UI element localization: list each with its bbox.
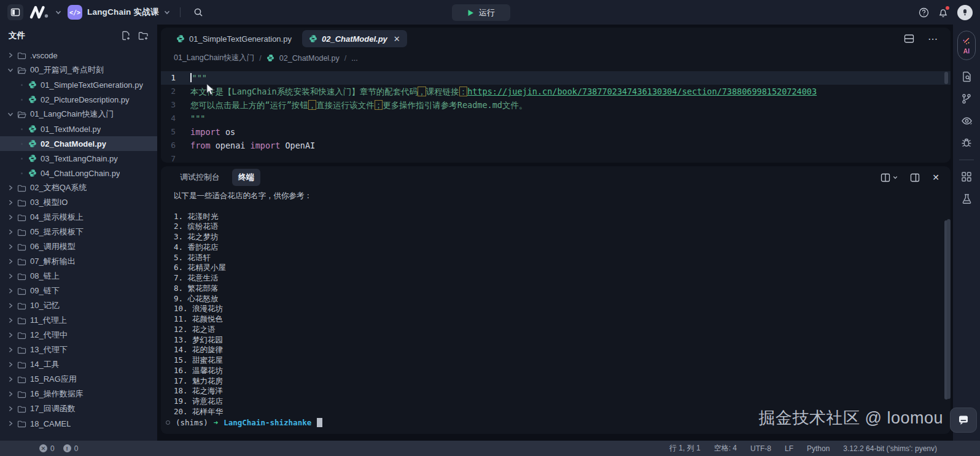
terminal-line: 13. 梦幻花园 [174, 335, 951, 346]
chevron-down-icon [7, 111, 14, 117]
folder-icon [17, 361, 26, 369]
chevron-down-icon [7, 67, 14, 73]
terminal-line: 5. 花语轩 [174, 253, 951, 263]
breadcrumb-file[interactable]: 02_ChatModel.py [279, 54, 340, 63]
tree-folder[interactable]: 15_RAG应用 [0, 372, 157, 387]
folder-icon [17, 302, 26, 310]
avatar[interactable] [957, 5, 973, 20]
tree-file[interactable]: 04_ChatLongChain.py [0, 166, 157, 180]
prompt-cwd: LangChain-shizhanke [224, 418, 311, 428]
app-logo[interactable] [29, 6, 49, 19]
chevron-right-icon [7, 185, 14, 191]
terminal-line: 3. 花之梦坊 [174, 232, 951, 242]
tree-folder[interactable]: 03_模型IO [0, 195, 157, 210]
split-editor-icon[interactable] [904, 34, 914, 44]
tree-folder[interactable]: 09_链下 [0, 284, 157, 298]
tree-folder[interactable]: 12_代理中 [0, 328, 157, 342]
tree-folder[interactable]: .vscode [0, 48, 157, 63]
tree-item-label: 01_TextModel.py [41, 125, 101, 134]
python-file-icon [266, 54, 274, 62]
workspace-switcher[interactable]: </> LangChain 实战课 [68, 5, 170, 20]
status-item[interactable]: 3.12.2 64-bit ('shims': pyenv) [843, 444, 937, 453]
source-control-icon[interactable] [961, 93, 972, 104]
more-actions-icon[interactable]: ⋯ [928, 33, 938, 45]
tab-simple-text-generation[interactable]: 01_SimpleTextGeneration.py [169, 30, 298, 47]
sidebar-toggle-icon[interactable] [7, 4, 23, 20]
search-icon[interactable] [190, 4, 206, 20]
tree-item-label: 08_链上 [30, 271, 60, 282]
tree-folder[interactable]: 13_代理下 [0, 342, 157, 357]
tree-folder[interactable]: 05_提示模板下 [0, 225, 157, 239]
new-folder-icon[interactable] [138, 31, 149, 41]
tree-folder[interactable]: 10_记忆 [0, 298, 157, 313]
chevron-right-icon [7, 391, 14, 397]
code-editor[interactable]: 1"""2本文件是【LangChain系统安装和快速入门】章节的配套代码，课程链… [161, 66, 951, 163]
close-panel-icon[interactable]: ✕ [932, 172, 939, 182]
code-line: 7 [161, 152, 951, 163]
editor-scrollbar[interactable] [944, 72, 948, 84]
status-item[interactable]: Python [807, 444, 830, 453]
tab-chat-model[interactable]: 02_ChatModel.py ✕ [302, 30, 407, 47]
new-file-icon[interactable] [121, 31, 131, 41]
tree-item-label: 02_ChatModel.py [41, 139, 106, 149]
breadcrumb-folder[interactable]: 01_LangChain快速入门 [174, 53, 254, 63]
tree-file[interactable]: 01_SimpleTextGeneration.py [0, 77, 157, 92]
debug-bug-icon[interactable] [961, 137, 972, 149]
chevron-right-icon [7, 214, 14, 220]
activity-bar: AI [953, 25, 980, 441]
chevron-right-icon [7, 273, 14, 279]
tree-folder[interactable]: 00_开篇词_奇点时刻 [0, 63, 157, 77]
folder-icon [17, 405, 26, 413]
tree-file[interactable]: 01_TextModel.py [0, 122, 157, 136]
tree-folder[interactable]: 16_操作数据库 [0, 387, 157, 401]
terminal-line [174, 201, 951, 212]
ai-assistant-button[interactable]: AI [957, 31, 976, 60]
split-panel-icon[interactable] [910, 173, 920, 182]
help-icon[interactable] [919, 7, 929, 18]
tree-folder[interactable]: 01_LangChain快速入门 [0, 107, 157, 122]
terminal-line: 以下是一些适合花店的名字，供你参考： [174, 191, 951, 201]
tree-folder[interactable]: 18_CAMEL [0, 416, 157, 431]
breadcrumb[interactable]: 01_LangChain快速入门 / 02_ChatModel.py / ... [161, 50, 951, 66]
tree-folder[interactable]: 07_解析输出 [0, 254, 157, 269]
page-scrollbar[interactable] [947, 219, 951, 399]
tree-folder[interactable]: 11_代理上 [0, 313, 157, 328]
tree-item-label: 14_工具 [30, 359, 60, 370]
breadcrumb-more[interactable]: ... [351, 54, 357, 63]
logo-chevron-down-icon[interactable] [55, 9, 61, 15]
tree-folder[interactable]: 04_提示模板上 [0, 210, 157, 225]
tests-flask-icon[interactable] [962, 193, 972, 204]
terminal-line: 19. 诗意花店 [174, 396, 951, 407]
notifications-icon[interactable] [938, 7, 948, 18]
folder-icon [17, 287, 26, 295]
prompt-arrow-icon: ➜ [214, 418, 219, 428]
tree-file[interactable]: 02_PictureDescription.py [0, 92, 157, 107]
chevron-right-icon [7, 229, 14, 235]
tab-debug-console[interactable]: 调试控制台 [174, 169, 226, 186]
status-item[interactable]: 行 1, 列 1 [669, 443, 701, 454]
status-item[interactable]: LF [785, 444, 793, 453]
line-number: 4 [161, 112, 190, 125]
errors-indicator[interactable]: ✕ 0 [39, 444, 55, 453]
tree-folder[interactable]: 08_链上 [0, 269, 157, 284]
run-button[interactable]: 运行 [452, 4, 510, 21]
tree-file[interactable]: 02_ChatModel.py [0, 136, 157, 151]
prompt-circle-icon [166, 420, 170, 425]
panel-layout-icon[interactable] [881, 173, 898, 182]
tree-folder[interactable]: 06_调用模型 [0, 239, 157, 254]
tree-folder[interactable]: 02_文档QA系统 [0, 180, 157, 195]
toggle-panel-float-button[interactable] [950, 408, 977, 433]
extensions-icon[interactable] [961, 171, 972, 182]
status-item[interactable]: UTF-8 [750, 444, 771, 453]
tab-close-icon[interactable]: ✕ [394, 34, 400, 44]
status-item[interactable]: 空格: 4 [714, 443, 737, 454]
tree-folder[interactable]: 17_回调函数 [0, 401, 157, 416]
file-search-icon[interactable] [961, 71, 972, 82]
warnings-indicator[interactable]: ! 0 [63, 444, 79, 453]
tree-file[interactable]: 03_TextLangChain.py [0, 151, 157, 166]
terminal-output[interactable]: 以下是一些适合花店的名字，供你参考：1. 花漾时光2. 缤纷花语3. 花之梦坊4… [161, 188, 951, 417]
tree-folder[interactable]: 14_工具 [0, 357, 157, 372]
folder-icon [17, 243, 26, 251]
preview-eye-icon[interactable] [961, 115, 973, 126]
tab-terminal[interactable]: 终端 [232, 169, 260, 186]
